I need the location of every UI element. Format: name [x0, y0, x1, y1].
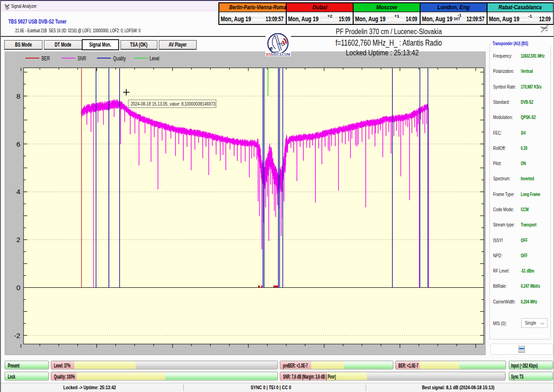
svg-text:4: 4 [16, 188, 20, 196]
svg-text:6: 6 [16, 140, 20, 148]
svg-text:8: 8 [16, 92, 20, 100]
svg-text:0: 0 [16, 284, 20, 291]
svg-text:2: 2 [16, 236, 20, 244]
svg-text:DXSATCS.COM: DXSATCS.COM [266, 52, 290, 56]
svg-text:2024-08-18 15.13.05, value: 8,: 2024-08-18 15.13.05, value: 8,1000003814… [131, 101, 216, 106]
svg-text:-2: -2 [14, 332, 20, 339]
